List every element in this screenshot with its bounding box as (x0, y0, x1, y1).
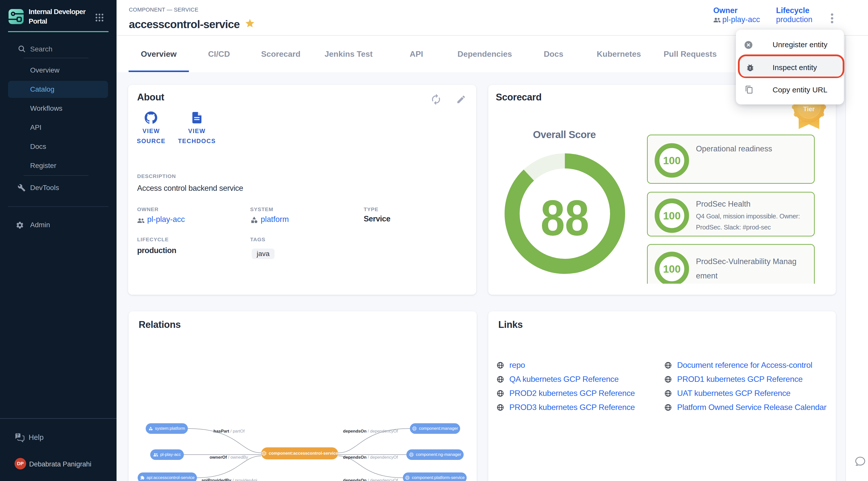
svg-text:?: ? (16, 433, 19, 438)
svg-text:100: 100 (663, 210, 681, 222)
svg-text:100: 100 (663, 155, 681, 166)
svg-text:Tier: Tier (803, 105, 815, 113)
svg-text:100: 100 (663, 263, 681, 275)
